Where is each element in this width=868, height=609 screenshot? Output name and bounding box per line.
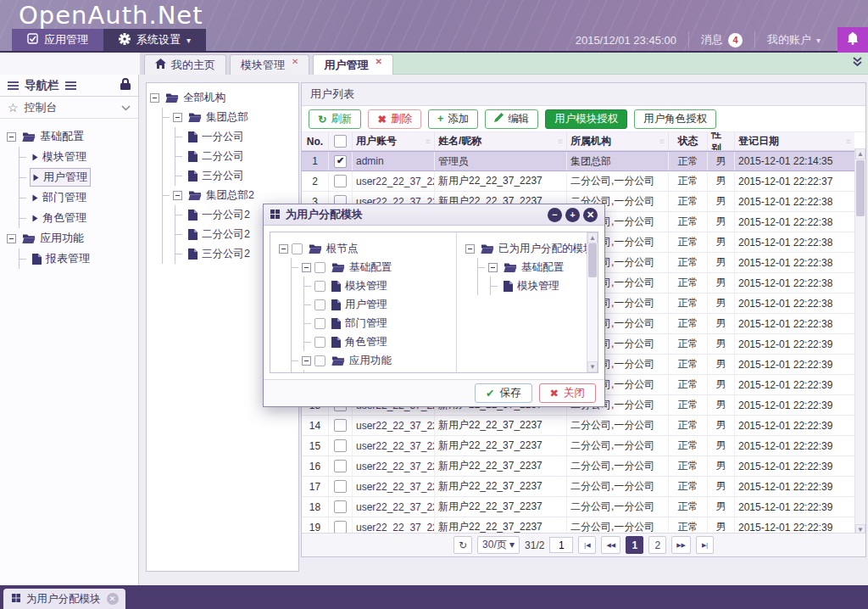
save-button[interactable]: ✔ 保存 xyxy=(475,383,531,403)
last-page-button[interactable]: ▶| xyxy=(696,536,714,554)
checkbox[interactable] xyxy=(292,243,303,254)
sidebar-tree-node[interactable]: 角色管理 xyxy=(19,208,135,228)
module-tree-node[interactable]: 角色管理 xyxy=(304,332,454,351)
page-input[interactable] xyxy=(549,537,573,553)
sidebar-tree-node[interactable]: 模块管理 xyxy=(19,147,135,167)
collapse-toggle-icon[interactable] xyxy=(488,263,498,272)
prev-page-button[interactable]: ◀◀ xyxy=(601,536,620,554)
menu-icon[interactable] xyxy=(65,85,76,87)
table-row[interactable]: 18user22_22_37_2237新用户22_22_37_2237二分公司,… xyxy=(302,497,854,517)
first-page-button[interactable]: |◀ xyxy=(578,536,596,554)
table-row[interactable]: 1admin管理员集团总部正常男2015-12-01 22:14:35 xyxy=(302,151,854,171)
tab-overflow-button[interactable] xyxy=(852,56,863,70)
collapse-toggle-icon[interactable] xyxy=(173,191,182,200)
close-icon[interactable]: ✕ xyxy=(107,593,119,605)
select-all-checkbox[interactable] xyxy=(334,135,347,148)
scrollbar-thumb[interactable] xyxy=(588,243,597,277)
scroll-up-arrow[interactable]: ▲ xyxy=(855,148,865,159)
messages-menu[interactable]: 消息 4 xyxy=(688,31,754,48)
checkbox[interactable] xyxy=(314,262,326,273)
scroll-down-arrow[interactable]: ▼ xyxy=(587,361,598,372)
assigned-tree-node[interactable]: 基础配置 xyxy=(478,258,586,277)
row-checkbox[interactable] xyxy=(334,155,347,168)
edit-button[interactable]: 编辑 xyxy=(485,109,538,129)
assigned-tree-node[interactable]: 模块管理 xyxy=(491,277,586,295)
add-button[interactable]: +添加 xyxy=(428,109,478,129)
user-module-auth-button[interactable]: 用户模块授权 xyxy=(545,109,627,129)
refresh-button[interactable]: ↻刷新 xyxy=(309,109,361,129)
assigned-tree-node[interactable]: 已为用户分配的模块 xyxy=(465,239,586,258)
row-checkbox[interactable] xyxy=(334,460,347,472)
tab-my-home[interactable]: 我的主页 xyxy=(144,54,226,75)
menu-icon[interactable] xyxy=(8,85,19,87)
collapse-toggle-icon[interactable] xyxy=(302,263,311,272)
module-tree-node[interactable]: 用户管理 xyxy=(304,295,454,314)
page-button-2[interactable]: 2 xyxy=(648,536,666,554)
collapse-toggle-icon[interactable] xyxy=(7,234,16,243)
org-tree-node[interactable]: 三分公司 xyxy=(175,166,295,186)
table-row[interactable]: 17user22_22_37_2237新用户22_22_37_2237二分公司,… xyxy=(302,477,854,497)
sidebar-tree-node[interactable]: 部门管理 xyxy=(19,187,135,208)
row-checkbox[interactable] xyxy=(334,439,347,452)
delete-button[interactable]: ✖删除 xyxy=(368,109,420,129)
collapse-toggle-icon[interactable] xyxy=(302,356,311,366)
nav-system-settings[interactable]: 系统设置 ▾ xyxy=(103,29,206,51)
minimize-button[interactable]: − xyxy=(548,208,562,222)
sidebar-tree-node[interactable]: 报表管理 xyxy=(19,249,135,269)
org-tree-node[interactable]: 集团总部2 xyxy=(163,186,295,205)
table-row[interactable]: 14user22_22_37_2237新用户22_22_37_2237二分公司,… xyxy=(302,416,854,436)
lock-icon[interactable] xyxy=(120,78,131,92)
tab-user-management[interactable]: 用户管理✕ xyxy=(313,54,392,75)
table-scrollbar[interactable]: ▲ ▼ xyxy=(854,148,865,535)
taskbar-item-assign-modules[interactable]: 为用户分配模块 ✕ xyxy=(3,589,125,609)
sidebar-tree-node[interactable]: 基础配置 xyxy=(7,126,135,147)
tab-close-icon[interactable]: ✕ xyxy=(375,57,381,66)
module-tree-node[interactable]: 部门管理 xyxy=(304,314,454,332)
row-checkbox[interactable] xyxy=(334,500,347,513)
checkbox[interactable] xyxy=(314,318,326,329)
scroll-up-arrow[interactable]: ▲ xyxy=(587,232,598,243)
module-tree-node[interactable]: 模块管理 xyxy=(304,277,454,295)
sidebar-tree-node[interactable]: 用户管理 xyxy=(19,167,135,187)
table-row[interactable]: 16user22_22_37_2237新用户22_22_37_2237二分公司,… xyxy=(302,456,854,477)
module-tree-node[interactable]: 根节点 xyxy=(279,239,454,258)
checkbox[interactable] xyxy=(314,355,326,366)
nav-app-management[interactable]: 应用管理 xyxy=(12,29,103,51)
row-checkbox[interactable] xyxy=(334,175,347,187)
dialog-title-bar[interactable]: 为用户分配模块 − + ✕ xyxy=(264,204,604,226)
page-button-1[interactable]: 1 xyxy=(626,536,643,554)
row-checkbox[interactable] xyxy=(334,521,347,534)
collapse-toggle-icon[interactable] xyxy=(279,244,288,254)
checkbox[interactable] xyxy=(314,281,326,292)
tab-close-icon[interactable]: ✕ xyxy=(292,57,298,66)
close-button[interactable]: ✖ 关闭 xyxy=(539,383,596,403)
module-tree-node[interactable]: 基础配置 xyxy=(292,258,454,277)
org-tree-node[interactable]: 一分公司 xyxy=(175,127,295,147)
pagination-refresh-button[interactable]: ↻ xyxy=(453,536,472,554)
table-row[interactable]: 2user22_22_37_2237新用户22_22_37_2237二分公司,一… xyxy=(302,171,854,192)
checkbox[interactable] xyxy=(314,337,326,348)
user-role-auth-button[interactable]: 用户角色授权 xyxy=(634,109,716,129)
collapse-toggle-icon[interactable] xyxy=(465,244,475,254)
sidebar-item-console[interactable]: ☆ 控制台 xyxy=(0,97,138,119)
module-tree-node[interactable]: 报表管理 xyxy=(304,370,454,372)
org-tree-node[interactable]: 全部机构 xyxy=(150,88,295,108)
dialog-scrollbar[interactable]: ▲ ▼ xyxy=(587,232,598,372)
sidebar-tree-node[interactable]: 应用功能 xyxy=(7,228,135,249)
next-page-button[interactable]: ▶▶ xyxy=(671,536,691,554)
notifications-button[interactable] xyxy=(837,27,868,53)
collapse-toggle-icon[interactable] xyxy=(173,113,182,122)
org-tree-node[interactable]: 集团总部 xyxy=(163,108,295,127)
collapse-toggle-icon[interactable] xyxy=(150,93,159,103)
collapse-toggle-icon[interactable] xyxy=(7,132,16,142)
tab-module-management[interactable]: 模块管理✕ xyxy=(230,54,309,75)
row-checkbox[interactable] xyxy=(334,480,347,493)
row-checkbox[interactable] xyxy=(334,419,347,432)
scrollbar-thumb[interactable] xyxy=(856,160,865,216)
org-tree-node[interactable]: 二分公司 xyxy=(175,147,295,166)
table-row[interactable]: 15user22_22_37_2237新用户22_22_37_2237二分公司,… xyxy=(302,436,854,456)
module-tree-node[interactable]: 应用功能 xyxy=(292,351,454,370)
page-size-select[interactable]: 30/页 ▾ xyxy=(477,536,520,554)
checkbox[interactable] xyxy=(314,299,326,310)
close-icon[interactable]: ✕ xyxy=(583,208,598,222)
